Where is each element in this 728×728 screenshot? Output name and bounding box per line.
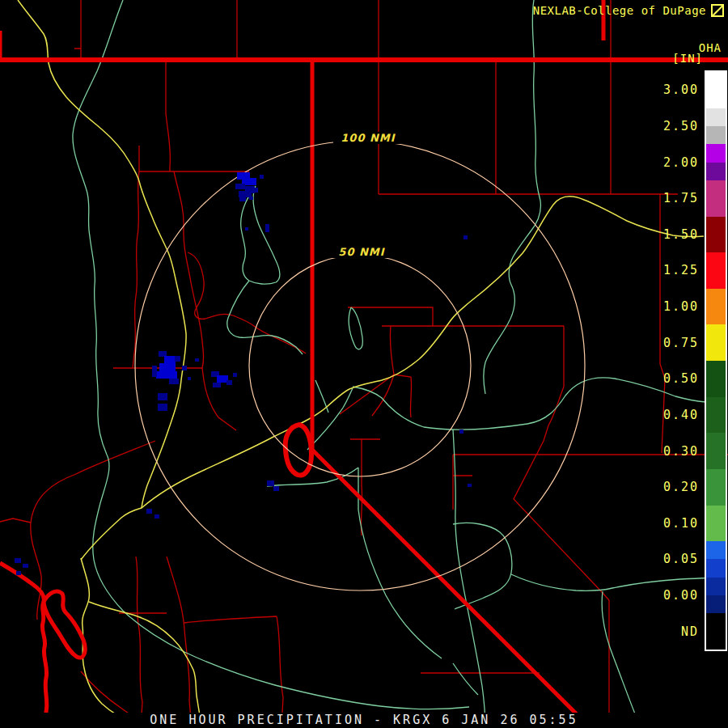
colorbar-segment-1.75 bbox=[706, 180, 726, 217]
sf-bay-outline bbox=[44, 591, 85, 658]
colorbar-segment-1.50 bbox=[706, 217, 726, 253]
colorbar-segment-1.25 bbox=[706, 252, 726, 289]
pacific-coastline bbox=[0, 563, 47, 728]
colorbar-segment-0.10 bbox=[706, 506, 726, 542]
highways bbox=[18, 0, 704, 728]
county-borders bbox=[0, 0, 728, 728]
rivers bbox=[73, 0, 727, 728]
state-borders bbox=[0, 0, 728, 728]
colorbar-segment-0.75 bbox=[706, 324, 726, 361]
ring-label-100nmi: 100 NMI bbox=[333, 132, 403, 144]
radar-map bbox=[0, 0, 728, 728]
colorbar-segment-0.20 bbox=[706, 469, 726, 506]
brand-text: NEXLAB-College of DuPage bbox=[533, 4, 706, 17]
colorbar bbox=[705, 70, 727, 651]
dupage-flag-icon bbox=[711, 4, 724, 17]
lake-tahoe-outline bbox=[286, 425, 311, 475]
colorbar-segment-0.30 bbox=[706, 433, 726, 469]
ring-label-50nmi: 50 NMI bbox=[330, 246, 393, 258]
colorbar-segment-1.00 bbox=[706, 289, 726, 325]
colorbar-segment-0.05 bbox=[706, 541, 726, 578]
ring-50nmi bbox=[249, 255, 471, 476]
radar-viewer: 100 NMI 50 NMI NEXLAB-College of DuPage … bbox=[0, 0, 728, 728]
colorbar-segment-3.00 bbox=[706, 72, 726, 108]
product-title: ONE HOUR PRECIPITATION - KRGX 6 JAN 26 0… bbox=[0, 713, 728, 728]
header: NEXLAB-College of DuPage bbox=[533, 4, 724, 17]
colorbar-segment-2.00 bbox=[706, 144, 726, 180]
ca-nv-border-diagonal bbox=[312, 450, 590, 727]
colorbar-segment-0.40 bbox=[706, 397, 726, 434]
colorbar-segment-0.00 bbox=[706, 578, 726, 614]
colorbar-segment-ND bbox=[706, 613, 726, 650]
colorbar-segment-2.50 bbox=[706, 108, 726, 145]
product-units: [IN] bbox=[672, 52, 703, 65]
colorbar-segment-0.50 bbox=[706, 361, 726, 397]
